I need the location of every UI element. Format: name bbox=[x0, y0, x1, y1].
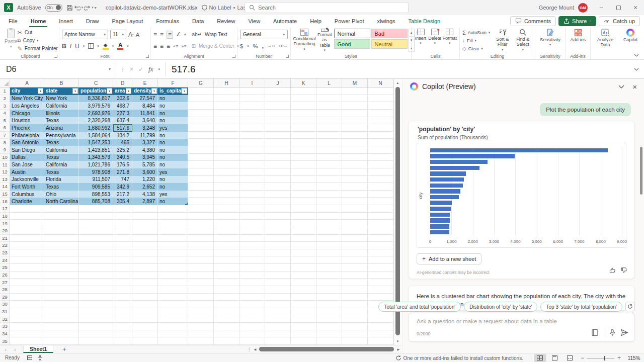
cell-I30[interactable] bbox=[239, 301, 265, 308]
cell-N17[interactable] bbox=[368, 205, 393, 213]
cell-C8[interactable]: 1,547,253 bbox=[79, 139, 113, 146]
tab-page-layout[interactable]: Page Layout bbox=[105, 15, 149, 27]
cell-B27[interactable] bbox=[44, 279, 79, 286]
cell-I3[interactable] bbox=[239, 102, 265, 110]
cell-I20[interactable] bbox=[239, 227, 265, 235]
cell-N19[interactable] bbox=[368, 220, 393, 227]
cell-G16[interactable] bbox=[188, 198, 214, 205]
cell-L23[interactable] bbox=[316, 249, 342, 257]
currency-icon[interactable]: $ bbox=[240, 43, 243, 49]
cell-J2[interactable] bbox=[265, 95, 291, 103]
cell-F28[interactable] bbox=[158, 286, 188, 294]
cell-N5[interactable] bbox=[368, 117, 393, 125]
cell-M35[interactable] bbox=[342, 337, 368, 345]
cell-E6[interactable]: 3,248 bbox=[132, 124, 158, 132]
cell-N11[interactable] bbox=[368, 161, 393, 168]
cell-G32[interactable] bbox=[188, 315, 214, 323]
cell-G33[interactable] bbox=[188, 323, 214, 330]
alignment-dialog-launcher[interactable] bbox=[232, 55, 235, 58]
cell-G1[interactable] bbox=[188, 87, 214, 95]
cell-N33[interactable] bbox=[368, 323, 393, 330]
cell-E10[interactable]: 3,945 bbox=[132, 154, 158, 161]
formula-menu-dots[interactable]: ⋮ bbox=[120, 67, 125, 72]
cell-F33[interactable] bbox=[158, 323, 188, 330]
cell-K17[interactable] bbox=[291, 205, 316, 213]
align-middle-icon[interactable]: ≡ bbox=[160, 31, 164, 38]
row-header-3[interactable]: 3 bbox=[0, 102, 10, 110]
cell-F22[interactable] bbox=[158, 242, 188, 249]
cell-D34[interactable] bbox=[113, 330, 132, 338]
cell-M25[interactable] bbox=[342, 264, 368, 272]
cell-E2[interactable]: 27,547 bbox=[132, 95, 158, 103]
cell-M32[interactable] bbox=[342, 315, 368, 323]
cell-M18[interactable] bbox=[342, 213, 368, 220]
zoom-slider-thumb[interactable] bbox=[604, 356, 605, 360]
cell-B33[interactable] bbox=[44, 323, 79, 330]
cell-H7[interactable] bbox=[214, 132, 239, 139]
decrease-decimal-icon[interactable]: .00→ bbox=[278, 44, 287, 48]
cell-E29[interactable] bbox=[132, 294, 158, 301]
cell-G15[interactable] bbox=[188, 191, 214, 198]
cell-F26[interactable] bbox=[158, 272, 188, 279]
cell-N16[interactable] bbox=[368, 198, 393, 205]
cell-N15[interactable] bbox=[368, 191, 393, 198]
row-header-26[interactable]: 26 bbox=[0, 272, 10, 279]
cell-N29[interactable] bbox=[368, 294, 393, 301]
filter-button-area[interactable]: ▾ bbox=[126, 88, 131, 94]
scroll-up-icon[interactable]: ▲ bbox=[394, 79, 401, 86]
cell-N27[interactable] bbox=[368, 279, 393, 286]
cell-C11[interactable]: 1,021,786 bbox=[79, 161, 113, 168]
cell-N14[interactable] bbox=[368, 183, 393, 191]
cell-I25[interactable] bbox=[239, 264, 265, 272]
scroll-left-icon[interactable]: ◀ bbox=[252, 347, 259, 351]
row-header-32[interactable]: 32 bbox=[0, 315, 10, 323]
cell-N35[interactable] bbox=[368, 337, 393, 345]
cell-B7[interactable]: Pennsylvania bbox=[44, 132, 79, 139]
cell-E25[interactable] bbox=[132, 264, 158, 272]
cell-K14[interactable] bbox=[291, 183, 316, 191]
cell-B34[interactable] bbox=[44, 330, 79, 338]
cell-E21[interactable] bbox=[132, 235, 158, 242]
cell-B17[interactable] bbox=[44, 205, 79, 213]
cell-D16[interactable]: 305.4 bbox=[113, 198, 132, 205]
cell-G10[interactable] bbox=[188, 154, 214, 161]
expand-formula-bar-icon[interactable] bbox=[634, 68, 639, 71]
cell-J24[interactable] bbox=[265, 256, 291, 264]
cell-G13[interactable] bbox=[188, 176, 214, 184]
align-left-icon[interactable]: ≡ bbox=[153, 43, 157, 50]
cell-E33[interactable] bbox=[132, 323, 158, 330]
cell-L22[interactable] bbox=[316, 242, 342, 249]
row-header-8[interactable]: 8 bbox=[0, 139, 10, 146]
cell-A30[interactable] bbox=[10, 301, 44, 308]
cell-E26[interactable] bbox=[132, 272, 158, 279]
row-header-5[interactable]: 5 bbox=[0, 117, 10, 125]
cell-F21[interactable] bbox=[158, 235, 188, 242]
autosave-toggle[interactable]: On bbox=[45, 4, 62, 12]
cell-J33[interactable] bbox=[265, 323, 291, 330]
cell-C19[interactable] bbox=[79, 220, 113, 227]
cell-M5[interactable] bbox=[342, 117, 368, 125]
cell-A25[interactable] bbox=[10, 264, 44, 272]
row-header-18[interactable]: 18 bbox=[0, 213, 10, 220]
cell-L26[interactable] bbox=[316, 272, 342, 279]
cell-C29[interactable] bbox=[79, 294, 113, 301]
cell-H25[interactable] bbox=[214, 264, 239, 272]
cell-E18[interactable] bbox=[132, 213, 158, 220]
cell-I18[interactable] bbox=[239, 213, 265, 220]
cell-M26[interactable] bbox=[342, 272, 368, 279]
cell-E19[interactable] bbox=[132, 220, 158, 227]
cell-L27[interactable] bbox=[316, 279, 342, 286]
cell-M19[interactable] bbox=[342, 220, 368, 227]
column-header-B[interactable]: B bbox=[44, 79, 79, 87]
cell-D2[interactable]: 302.6 bbox=[113, 95, 132, 103]
cell-G18[interactable] bbox=[188, 213, 214, 220]
close-button[interactable]: × bbox=[627, 0, 644, 15]
tab-automate[interactable]: Automate bbox=[267, 15, 303, 27]
normal-view-icon[interactable] bbox=[534, 354, 546, 362]
cell-F23[interactable] bbox=[158, 249, 188, 257]
cell-K3[interactable] bbox=[291, 102, 316, 110]
decrease-indent-icon[interactable]: «≡ bbox=[173, 44, 178, 49]
cell-I7[interactable] bbox=[239, 132, 265, 139]
cell-A27[interactable] bbox=[10, 279, 44, 286]
cell-G11[interactable] bbox=[188, 161, 214, 168]
